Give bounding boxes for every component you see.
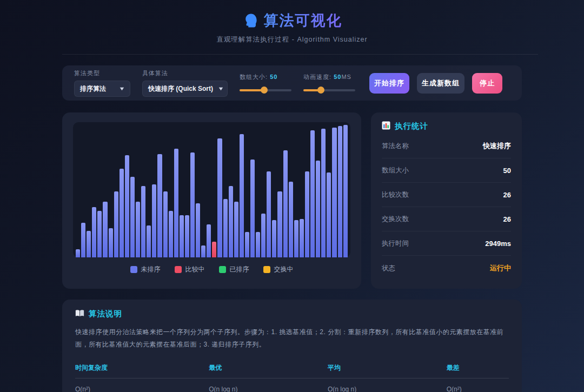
chart-bar [300, 219, 304, 257]
chart-bar [305, 171, 309, 257]
chart-bar [261, 214, 266, 257]
chart-bar [169, 211, 173, 257]
legend-label: 比较中 [185, 265, 205, 274]
legend-swatch [263, 266, 270, 273]
chart-bar [267, 171, 271, 257]
stat-row: 数组大小50 [382, 158, 511, 183]
start-sort-button[interactable]: 开始排序 [369, 73, 409, 94]
chart-bar [87, 231, 91, 257]
stats-card: 执行统计 算法名称快速排序数组大小50比较次数26交换次数26执行时间2949m… [371, 112, 522, 289]
legend-label: 交换中 [274, 265, 294, 274]
legend-label: 未排序 [141, 265, 161, 274]
stat-value: 2949ms [485, 240, 511, 248]
chart-bar [277, 191, 282, 258]
chart-bar [147, 225, 151, 257]
visualization-card: 未排序比较中已排序交换中 [62, 112, 361, 289]
speed-label: 动画速度: 50MS [303, 73, 355, 81]
slider-thumb[interactable] [317, 87, 324, 94]
slider-thumb[interactable] [261, 87, 268, 94]
algorithm-label: 具体算法 [142, 69, 228, 77]
legend-swatch [175, 266, 182, 273]
chart-bar [120, 169, 124, 257]
chart-legend: 未排序比较中已排序交换中 [73, 265, 350, 274]
chart-bar [109, 228, 113, 257]
algorithm-select[interactable]: 快速排序 (Quick Sort) ▼ [142, 81, 228, 97]
chevron-down-icon: ▼ [118, 86, 125, 91]
chart-bar [321, 129, 326, 257]
generate-array-button[interactable]: 生成新数组 [417, 73, 464, 94]
legend-item-comparing: 比较中 [175, 265, 205, 274]
chart-bar [97, 211, 102, 257]
chart-bar [174, 149, 178, 257]
legend-swatch [130, 266, 137, 273]
algorithm-group: 具体算法 快速排序 (Quick Sort) ▼ [142, 69, 228, 97]
complexity-header: 最差 [447, 359, 509, 378]
speed-group: 动画速度: 50MS [303, 73, 355, 94]
stat-value: 26 [503, 191, 511, 199]
chart-bar [185, 215, 189, 257]
chart-bar [130, 177, 135, 257]
array-size-slider[interactable] [240, 87, 291, 94]
chart-bar [212, 242, 216, 257]
description-title: 算法说明 [89, 309, 122, 319]
complexity-cell: O(n²) [75, 378, 209, 392]
complexity-row: O(n²)O(n log n)O(n log n)O(n²) [75, 378, 509, 392]
array-size-group: 数组大小: 50 [240, 73, 291, 94]
chart-bar [272, 220, 276, 257]
brain-logo-icon [242, 12, 258, 29]
algorithm-type-select[interactable]: 排序算法 ▼ [74, 81, 130, 97]
chart-bar [332, 128, 336, 257]
chart-bar [229, 186, 233, 257]
complexity-table: 时间复杂度最优平均最差 O(n²)O(n log n)O(n log n)O(n… [75, 359, 509, 392]
speed-slider[interactable] [303, 87, 355, 94]
stats-title: 执行统计 [395, 121, 428, 131]
complexity-cell: O(n²) [447, 378, 509, 392]
stat-label: 比较次数 [382, 190, 409, 200]
chart-bar [190, 152, 195, 257]
chart-bar [316, 161, 320, 257]
complexity-header: 平均 [328, 359, 447, 378]
control-panel: 算法类型 排序算法 ▼ 具体算法 快速排序 (Quick Sort) ▼ 数组大… [62, 65, 522, 101]
chart-bar [223, 199, 228, 257]
chart-bar [103, 202, 107, 257]
chart-bar [234, 202, 238, 257]
chart-bar [283, 150, 288, 257]
chart-bar [201, 245, 205, 257]
chart-bar [92, 207, 96, 257]
legend-swatch [219, 266, 226, 273]
header-divider [62, 54, 538, 55]
stop-button[interactable]: 停止 [472, 73, 502, 94]
page-subtitle: 直观理解算法执行过程 - Algorithm Visualizer [62, 35, 522, 44]
stat-label: 数组大小 [382, 166, 409, 175]
stat-value: 26 [503, 215, 511, 223]
array-size-value: 50 [270, 74, 277, 80]
legend-item-unsorted: 未排序 [130, 265, 161, 274]
chart-bar [217, 138, 222, 258]
complexity-header: 时间复杂度 [75, 359, 209, 378]
chart-bar [289, 182, 293, 257]
chart-bar [163, 191, 168, 258]
stat-label: 算法名称 [382, 142, 409, 151]
bar-chart-icon [382, 121, 390, 131]
stat-label: 执行时间 [382, 239, 409, 248]
chart-bar [152, 184, 156, 257]
chart-bar [245, 232, 249, 257]
stat-label: 状态 [382, 264, 395, 273]
chart-bar [207, 224, 211, 257]
chart-bar [256, 232, 260, 257]
stat-value: 运行中 [490, 263, 511, 273]
legend-item-sorted: 已排序 [219, 265, 249, 274]
open-book-icon [75, 309, 84, 319]
chart-bar [141, 186, 145, 257]
chart-bar [180, 215, 184, 257]
description-card: 算法说明 快速排序使用分治法策略来把一个序列分为两个子序列。步骤为：1. 挑选基… [62, 300, 522, 392]
chart-bar [343, 125, 348, 257]
stat-value: 50 [503, 167, 511, 175]
chart-bar [136, 202, 140, 257]
chart-bar [81, 223, 85, 257]
chart-bar [76, 249, 80, 257]
chart-bar [157, 154, 162, 257]
chart-bar [125, 155, 129, 257]
chart-bar [114, 191, 118, 258]
array-size-label: 数组大小: 50 [240, 73, 291, 81]
